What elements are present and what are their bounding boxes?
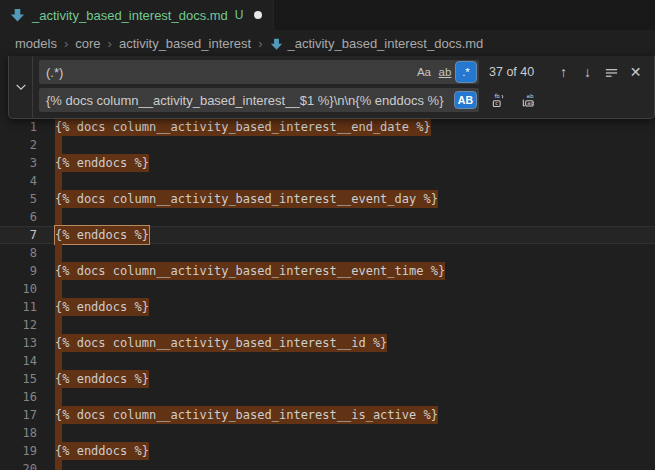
breadcrumb-item[interactable]: _activity_based_interest_docs.md <box>288 36 484 51</box>
find-input[interactable]: (.*) Aa ab .* <box>39 60 479 84</box>
tab-bar: _activity_based_interest_docs.md U <box>0 0 655 30</box>
code-line[interactable]: 4 <box>0 172 655 190</box>
code-line[interactable]: 18 <box>0 424 655 442</box>
line-number: 6 <box>0 208 37 226</box>
find-row: (.*) Aa ab .* 37 of 40 ↑ ↓ ✕ <box>39 60 648 84</box>
find-match: {% enddocs %} <box>55 298 149 316</box>
code-line[interactable]: 9{% docs column__activity_based_interest… <box>0 262 655 280</box>
find-match: {% docs column__activity_based_interest_… <box>55 334 387 352</box>
code-line[interactable]: 17{% docs column__activity_based_interes… <box>0 406 655 424</box>
toggle-replace-chevron-icon[interactable] <box>12 78 30 96</box>
code-line[interactable]: 12 <box>0 316 655 334</box>
next-match-button[interactable]: ↓ <box>577 62 598 83</box>
line-number: 9 <box>0 262 37 280</box>
markdown-file-icon <box>10 8 25 23</box>
preserve-case-icon[interactable]: AB <box>455 92 476 108</box>
line-number: 15 <box>0 370 37 388</box>
chevron-right-icon: › <box>64 36 68 51</box>
code-line[interactable]: 3{% enddocs %} <box>0 154 655 172</box>
code-line[interactable]: 14 <box>0 352 655 370</box>
code-line[interactable]: 13{% docs column__activity_based_interes… <box>0 334 655 352</box>
find-match: {% docs column__activity_based_interest_… <box>55 262 445 280</box>
previous-match-button[interactable]: ↑ <box>553 62 574 83</box>
replace-input[interactable]: {% docs column__activity_based_interest_… <box>39 88 479 112</box>
line-number: 17 <box>0 406 37 424</box>
code-line[interactable]: 20 <box>0 460 655 470</box>
find-match: {% enddocs %} <box>55 154 149 172</box>
code-line[interactable]: 5{% docs column__activity_based_interest… <box>0 190 655 208</box>
replace-input-value[interactable]: {% docs column__activity_based_interest_… <box>46 93 451 108</box>
empty-line-find-match <box>55 136 62 154</box>
find-match: {% docs column__activity_based_interest_… <box>55 190 438 208</box>
line-number: 10 <box>0 280 37 298</box>
code-line[interactable]: 1{% docs column__activity_based_interest… <box>0 118 655 136</box>
line-number: 5 <box>0 190 37 208</box>
line-number: 19 <box>0 442 37 460</box>
empty-line-find-match <box>55 280 62 298</box>
svg-text:ab: ab <box>527 93 534 99</box>
replace-icon[interactable]: fb c <box>489 90 510 111</box>
markdown-file-icon <box>270 38 283 51</box>
modified-dot-icon[interactable] <box>254 11 262 19</box>
empty-line-find-match <box>55 352 62 370</box>
replace-actions: fb c ab ac <box>489 90 540 111</box>
line-number: 2 <box>0 136 37 154</box>
empty-line-find-match <box>55 172 62 190</box>
breadcrumb: models›core›activity_based_interest›_act… <box>0 30 655 56</box>
empty-line-find-match <box>55 424 62 442</box>
line-number: 18 <box>0 424 37 442</box>
find-widget-sash[interactable] <box>32 56 33 118</box>
line-number: 11 <box>0 298 37 316</box>
whole-word-icon[interactable]: ab <box>435 62 455 82</box>
find-match: {% docs column__activity_based_interest_… <box>55 406 438 424</box>
empty-line-find-match <box>55 388 62 406</box>
line-number: 16 <box>0 388 37 406</box>
find-match: {% enddocs %} <box>55 370 149 388</box>
vscode-window: _activity_based_interest_docs.md U model… <box>0 0 655 470</box>
find-match: {% enddocs %} <box>55 442 149 460</box>
empty-line-find-match <box>55 244 62 262</box>
close-icon[interactable]: ✕ <box>625 62 646 83</box>
editor-tab[interactable]: _activity_based_interest_docs.md U <box>0 0 274 30</box>
regex-icon[interactable]: .* <box>456 62 476 82</box>
find-actions: ↑ ↓ ✕ <box>553 62 648 83</box>
code-line[interactable]: 15{% enddocs %} <box>0 370 655 388</box>
code-line[interactable]: 19{% enddocs %} <box>0 442 655 460</box>
code-line[interactable]: 16 <box>0 388 655 406</box>
code-line[interactable]: 7{% enddocs %} <box>0 226 655 244</box>
breadcrumb-item[interactable]: activity_based_interest <box>119 36 251 51</box>
find-in-selection-icon[interactable] <box>601 62 622 83</box>
svg-text:ac: ac <box>527 100 533 106</box>
line-number: 1 <box>0 118 37 136</box>
line-number: 12 <box>0 316 37 334</box>
empty-line-find-match <box>55 208 62 226</box>
line-number: 8 <box>0 244 37 262</box>
match-case-icon[interactable]: Aa <box>414 62 434 82</box>
code-line[interactable]: 2 <box>0 136 655 154</box>
code-line[interactable]: 10 <box>0 280 655 298</box>
match-count: 37 of 40 <box>489 65 534 79</box>
empty-line-find-match <box>55 460 62 470</box>
line-number: 13 <box>0 334 37 352</box>
replace-row: {% docs column__activity_based_interest_… <box>39 88 648 112</box>
current-find-match: {% enddocs %} <box>55 226 149 244</box>
empty-line-find-match <box>55 316 62 334</box>
line-number: 20 <box>0 460 37 470</box>
breadcrumb-item[interactable]: core <box>75 36 100 51</box>
tab-filename: _activity_based_interest_docs.md <box>32 8 228 23</box>
find-replace-widget: (.*) Aa ab .* 37 of 40 ↑ ↓ ✕ {% docs col… <box>8 56 655 119</box>
chevron-right-icon: › <box>258 36 262 51</box>
line-number: 3 <box>0 154 37 172</box>
code-line[interactable]: 11{% enddocs %} <box>0 298 655 316</box>
line-number: 7 <box>0 226 37 244</box>
git-status-badge: U <box>235 8 244 22</box>
code-line[interactable]: 6 <box>0 208 655 226</box>
find-input-value[interactable]: (.*) <box>46 65 413 80</box>
find-match: {% docs column__activity_based_interest_… <box>55 118 431 136</box>
code-line[interactable]: 8 <box>0 244 655 262</box>
svg-text:fb: fb <box>494 93 500 99</box>
line-number: 14 <box>0 352 37 370</box>
breadcrumb-item[interactable]: models <box>15 36 57 51</box>
replace-all-icon[interactable]: ab ac <box>519 90 540 111</box>
line-number: 4 <box>0 172 37 190</box>
